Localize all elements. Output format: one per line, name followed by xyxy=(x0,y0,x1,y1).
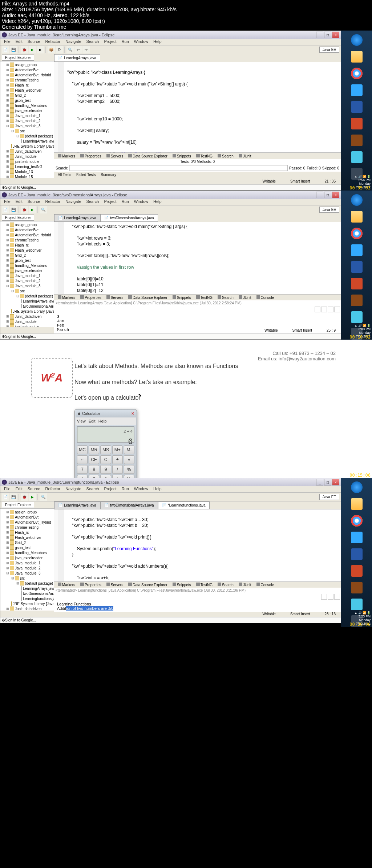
tree-item[interactable]: ⊞assign_group xyxy=(1,62,53,67)
tree-item[interactable]: ⊞gson_test xyxy=(1,545,53,550)
bottom-tab[interactable]: Markers xyxy=(56,153,77,159)
tree-item[interactable]: ⊞Module_13 xyxy=(1,169,53,174)
bottom-tab[interactable]: TestNG xyxy=(194,153,215,159)
new-icon[interactable]: 📄 xyxy=(2,206,9,213)
sub-tab[interactable]: All Tests xyxy=(56,172,73,177)
title-bar[interactable]: Java EE - Java_module_3/src/Learningfunc… xyxy=(0,478,341,486)
tree-item[interactable]: ⊞chromeTesting xyxy=(1,525,53,530)
maximize-button[interactable]: □ xyxy=(324,192,331,198)
bottom-tab[interactable]: Search xyxy=(215,295,236,300)
windows-taskbar[interactable]: ▲ 🔊 📶 🔋 2:56 PMMonday7/30/2012 xyxy=(341,31,372,191)
tree-item[interactable]: ⊞Java_module_2 xyxy=(1,565,53,571)
calc-btn-M+[interactable]: M+ xyxy=(112,445,123,454)
explorer-icon[interactable] xyxy=(351,51,363,63)
tree-item[interactable]: LearningArrays.java xyxy=(1,139,53,144)
console-output[interactable]: Learning Functions Addition of two numbe… xyxy=(54,600,341,612)
run-icon[interactable]: ▶ xyxy=(29,206,36,213)
tree-item[interactable]: ⊞junittestmodule xyxy=(1,159,53,164)
calc-btn-/[interactable]: / xyxy=(112,465,123,474)
calc-btn-MS[interactable]: MS xyxy=(100,445,111,454)
windows-taskbar[interactable]: ▲ 🔊 📶 🔋3:23 PMMonday7/30/2012 xyxy=(341,478,372,627)
menu-run[interactable]: Run xyxy=(120,486,131,492)
tree-item[interactable]: ⊞AutomationBvt_Hybrid xyxy=(1,72,53,77)
tree-item[interactable]: ⊞Junit_module xyxy=(1,319,53,324)
chrome-icon[interactable] xyxy=(351,515,363,527)
signin-bar[interactable]: ⚙ Sign in to Google... xyxy=(0,333,341,339)
menu-navigate[interactable]: Navigate xyxy=(63,199,83,205)
new-icon[interactable]: 📄 xyxy=(2,493,9,501)
menu-project[interactable]: Project xyxy=(102,39,118,45)
menu-refactor[interactable]: Refactor xyxy=(43,39,63,45)
title-bar[interactable]: Java EE - Java_module_3/src/LearningArra… xyxy=(0,31,341,39)
tree-item[interactable]: ⊞java_excelreader xyxy=(1,108,53,113)
tree-item[interactable]: ⊞gson_test xyxy=(1,258,53,263)
tree-item[interactable]: ⊞Java_module_1 xyxy=(1,113,53,118)
new-icon[interactable]: 📄 xyxy=(2,46,9,53)
menu-search[interactable]: Search xyxy=(84,39,101,45)
close-icon[interactable]: ✕ xyxy=(131,411,134,417)
ie-icon[interactable] xyxy=(351,84,363,96)
calc-menu[interactable]: Help xyxy=(98,418,107,425)
tree-item[interactable]: ⊟(default package) xyxy=(1,133,53,139)
explorer-icon[interactable] xyxy=(351,498,363,510)
close-button[interactable]: × xyxy=(332,32,339,38)
chrome-icon[interactable] xyxy=(351,228,363,239)
bottom-tab[interactable]: TestNG xyxy=(194,295,215,300)
bottom-tab[interactable]: Console xyxy=(254,295,276,300)
calc-btn-CE[interactable]: CE xyxy=(89,455,99,464)
calc-menu[interactable]: Edit xyxy=(89,418,96,425)
bottom-tab[interactable]: Servers xyxy=(104,153,125,159)
menu-edit[interactable]: Edit xyxy=(13,39,25,45)
menu-search[interactable]: Search xyxy=(84,199,101,205)
tree-item[interactable]: ⊞Junit_datadriven xyxy=(1,606,53,611)
menu-source[interactable]: Source xyxy=(25,199,43,205)
perspective-button[interactable]: Java EE xyxy=(319,207,339,213)
word-icon[interactable] xyxy=(351,548,363,560)
menu-file[interactable]: File xyxy=(2,39,13,45)
powerpoint-icon[interactable] xyxy=(351,118,363,129)
bottom-tab[interactable]: Snippets xyxy=(170,582,193,588)
tree-item[interactable]: ⊞java_excelreader xyxy=(1,268,53,273)
perspective-button[interactable]: Java EE xyxy=(319,47,339,53)
tree-item[interactable]: ⊞Grid_2 xyxy=(1,253,53,258)
start-button[interactable] xyxy=(351,34,363,46)
console-toolbar[interactable] xyxy=(54,593,341,600)
debug-icon[interactable]: 🐞 xyxy=(21,206,28,213)
bottom-tab[interactable]: Markers xyxy=(56,295,77,300)
tree-item[interactable]: ⊞Flash_rc xyxy=(1,530,53,535)
tree-item[interactable]: ⊞assign_group xyxy=(1,222,53,227)
bottom-tab[interactable]: JUnit xyxy=(236,295,254,300)
calc-btn-±[interactable]: ± xyxy=(112,455,123,464)
tree-item[interactable]: ⊞gson_test xyxy=(1,98,53,103)
bottom-tab[interactable]: Properties xyxy=(78,582,104,588)
app-icon[interactable] xyxy=(351,151,363,163)
calc-btn-MC[interactable]: MC xyxy=(77,445,88,454)
menu-run[interactable]: Run xyxy=(120,39,131,45)
menu-refactor[interactable]: Refactor xyxy=(43,199,63,205)
tree-item[interactable]: ⊞AutomationBvt_Hybrid xyxy=(1,520,53,525)
bottom-tab[interactable]: Markers xyxy=(56,582,77,588)
tree-item[interactable]: ⊞handling_Menubars xyxy=(1,103,53,108)
tree-item[interactable]: JRE System Library [JavaSE-1.6] xyxy=(1,601,53,606)
menu-edit[interactable]: Edit xyxy=(13,486,25,492)
save-icon[interactable]: 💾 xyxy=(10,206,17,213)
app-icon[interactable] xyxy=(351,599,363,610)
tree-item[interactable]: LearningArrays.java xyxy=(1,586,53,591)
editor-tab-twodim[interactable]: 📄twoDimensionalArrays.java xyxy=(100,214,158,222)
console-toolbar[interactable] xyxy=(54,306,341,313)
perspective-button[interactable]: Java EE xyxy=(319,494,339,500)
bottom-tab[interactable]: Servers xyxy=(104,295,125,300)
tree-item[interactable]: ⊞Learning_testNG xyxy=(1,164,53,169)
project-tree[interactable]: ⊞assign_group⊞AutomationBvt⊞AutomationBv… xyxy=(0,61,54,178)
menu-navigate[interactable]: Navigate xyxy=(63,486,83,492)
ie-icon[interactable] xyxy=(351,532,363,543)
tree-item[interactable]: twoDimensionalArrays.java xyxy=(1,304,53,309)
bottom-tab[interactable]: Search xyxy=(215,153,236,159)
menu-window[interactable]: Window xyxy=(132,486,150,492)
search-icon[interactable]: 🔍 xyxy=(40,493,47,501)
editor-tab-learning-arrays[interactable]: 📄LearningArrays.java xyxy=(54,501,100,509)
tree-item[interactable]: ⊟src xyxy=(1,128,53,133)
calc-btn-M-[interactable]: M- xyxy=(124,445,134,454)
tree-item[interactable]: ⊟src xyxy=(1,288,53,293)
close-button[interactable]: × xyxy=(332,479,339,485)
